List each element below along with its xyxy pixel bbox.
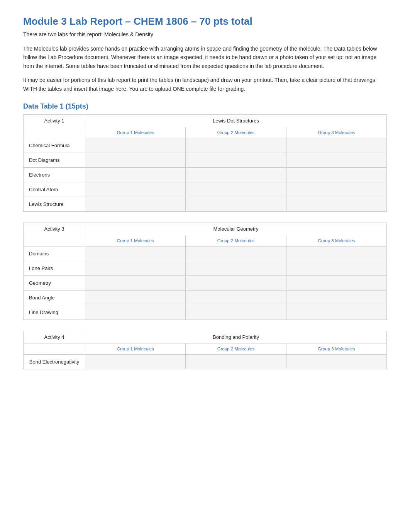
table1-cell-cf-g2[interactable] [186,138,286,153]
data-table-1: Activity 1 Lewis Dot Structures Group 1 … [23,114,387,212]
table1-title: Lewis Dot Structures [85,114,387,127]
table3-subheader-1: Group 1 Molecules [85,235,186,246]
table4-cell-be-g3[interactable] [286,354,386,369]
table3-cell-geo-g2[interactable] [186,275,286,290]
table1-cell-ls-g3[interactable] [286,197,386,211]
table4-cell-be-g2[interactable] [186,354,286,369]
table1-cell-el-g3[interactable] [286,167,386,182]
table1-cell-dd-g3[interactable] [286,153,386,167]
table1-cell-ca-g3[interactable] [286,182,386,197]
table1-cell-el-g2[interactable] [186,167,286,182]
table3-cell-dom-g1[interactable] [85,246,186,261]
table3-row-blank [24,235,85,246]
data-table-3: Activity 3 Molecular Geometry Group 1 Mo… [23,223,387,320]
table1-row-blank [24,127,85,138]
table1-cell-ca-g2[interactable] [186,182,286,197]
table3-cell-ld-g3[interactable] [286,305,386,320]
table3-row-bond-angle: Bond Angle [24,290,85,305]
table1-cell-el-g1[interactable] [85,167,186,182]
table3-cell-lp-g3[interactable] [286,261,386,275]
table3-subheader-2: Group 2 Molecules [186,235,286,246]
table4-row-bond-electronegativity: Bond Electronegativity [24,354,85,369]
table4-subheader-3: Group 3 Molecules [286,343,386,354]
table3-cell-ba-g3[interactable] [286,290,386,305]
table1-cell-ls-g1[interactable] [85,197,186,211]
table3-cell-lp-g1[interactable] [85,261,186,275]
table3-row-domains: Domains [24,246,85,261]
table3-cell-lp-g2[interactable] [186,261,286,275]
table1-cell-ca-g1[interactable] [85,182,186,197]
table4-cell-be-g1[interactable] [85,354,186,369]
table1-subheader-1: Group 1 Molecules [85,127,186,138]
table3-cell-geo-g1[interactable] [85,275,186,290]
table4-subheader-1: Group 1 Molecules [85,343,186,354]
table3-title: Molecular Geometry [85,223,387,235]
table1-row-lewis-structure: Lewis Structure [24,197,85,211]
table1-subheader-2: Group 2 Molecules [186,127,286,138]
table3-row-lone-pairs: Lone Pairs [24,261,85,275]
table4-subheader-2: Group 2 Molecules [186,343,286,354]
description-1: The Molecules lab provides some hands on… [23,44,387,70]
table4-title: Bonding and Polarity [85,331,387,343]
table1-row-chemical-formula: Chemical Formula [24,138,85,153]
table1-subheader-3: Group 3 Molecules [286,127,386,138]
table4-activity-label: Activity 4 [24,331,85,343]
table1-row-central-atom: Central Atom [24,182,85,197]
table3-row-geometry: Geometry [24,275,85,290]
table1-cell-cf-g3[interactable] [286,138,386,153]
table3-subheader-3: Group 3 Molecules [286,235,386,246]
subtitle: There are two labs for this report: Mole… [23,31,387,37]
table1-row-electrons: Electrons [24,167,85,182]
table3-cell-dom-g2[interactable] [186,246,286,261]
table3-cell-ba-g1[interactable] [85,290,186,305]
table1-cell-ls-g2[interactable] [186,197,286,211]
table1-cell-dd-g1[interactable] [85,153,186,167]
table1-cell-cf-g1[interactable] [85,138,186,153]
table3-row-line-drawing: Line Drawing [24,305,85,320]
table3-activity-label: Activity 3 [24,223,85,235]
table3-cell-ld-g2[interactable] [186,305,286,320]
table1-section-title: Data Table 1 (15pts) [23,102,387,110]
table4-row-blank [24,343,85,354]
table1-row-dot-diagrams: Dot Diagrams [24,153,85,167]
table3-cell-dom-g3[interactable] [286,246,386,261]
description-2: It may be easier for portions of this la… [23,76,387,93]
table1-cell-dd-g2[interactable] [186,153,286,167]
data-table-4: Activity 4 Bonding and Polarity Group 1 … [23,331,387,369]
table3-cell-ba-g2[interactable] [186,290,286,305]
table1-activity-label: Activity 1 [24,114,85,127]
page-title: Module 3 Lab Report – CHEM 1806 – 70 pts… [23,15,387,27]
table3-cell-geo-g3[interactable] [286,275,386,290]
table3-cell-ld-g1[interactable] [85,305,186,320]
